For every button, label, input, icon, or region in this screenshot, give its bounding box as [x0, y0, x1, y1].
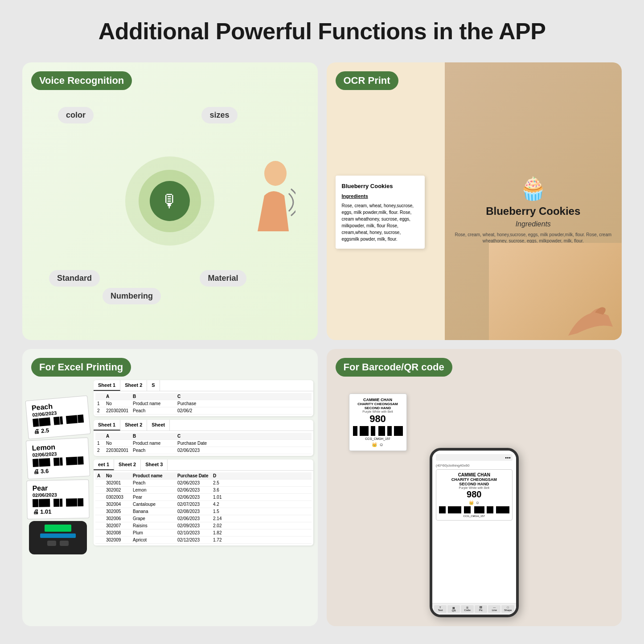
tab-row-2: Sheet 1 Sheet 2 Sheet [94, 420, 313, 431]
tag-barcode [353, 426, 403, 436]
bubble-sizes: sizes [201, 107, 237, 123]
row-banana: 302005Banana02/08/20231.5 [95, 508, 312, 515]
phone-screen: ●●● (40*60)clothing40x60 CAMMIE CHAN CHA… [432, 451, 516, 615]
spreadsheet-area: Sheet 1 Sheet 2 S ABC 1NoProduct namePur… [94, 380, 313, 546]
ocr-book-subtitle: Ingredients [516, 220, 551, 228]
phone-desc: Purple White with Belt [439, 486, 509, 489]
phone-label-preview: CAMMIE CHAN CHARITY CHEONGSAM SECOND HAN… [436, 469, 513, 521]
tag-line2: CHARITY CHEONGSAM [353, 402, 403, 406]
tab-sheet1-mid[interactable]: Sheet 1 [94, 420, 120, 431]
pear-date: 02/06/2023 [33, 492, 83, 498]
tab-sheet2-mid[interactable]: Sheet 2 [120, 420, 147, 431]
barcode-card: For Barcode/QR code CAMMIE CHAN CHARITY … [327, 349, 622, 627]
row-cantaloupe: 302004Cantaloupe02/07/20234.2 [95, 501, 312, 508]
excel-card: For Excel Printing Peach 02/06/2023 🖨 2.… [22, 349, 318, 627]
voice-inner: color Standard sizes Numbering Material … [31, 71, 309, 331]
tool-qr[interactable]: ▦QR [447, 605, 460, 613]
tag-desc: Purple White with Belt [353, 410, 403, 413]
tool-text[interactable]: TText [434, 605, 447, 613]
tab-sheet2-bot[interactable]: Sheet 2 [114, 459, 141, 470]
sheet-middle: Sheet 1 Sheet 2 Sheet ABC 1NoProduct nam… [94, 420, 313, 456]
phone-brand: CAMMIE CHAN [439, 472, 509, 477]
tool-line[interactable]: —Line [488, 605, 500, 613]
voice-label: Voice Recognition [31, 71, 132, 90]
sheet-data-top: ABC 1NoProduct namePurchase 2220302001Pe… [94, 391, 313, 416]
printer-device [29, 521, 87, 554]
lemon-price: 🖨 3.6 [33, 465, 84, 475]
tool-picture[interactable]: 🖼Pic [475, 605, 487, 613]
phone-toolbar: TText ▦QR |||Code 🖼Pic —Line □Shape [432, 603, 516, 615]
tab-sheet3-bot[interactable]: Sheet 3 [141, 459, 168, 470]
sheet-row-1: 1NoProduct namePurchase [95, 400, 312, 407]
voice-person [251, 160, 295, 242]
row-grape: 302006Grape02/06/20232.14 [95, 515, 312, 522]
phone-crown-icon: 👑 [469, 500, 474, 505]
tool-shape[interactable]: □Shape [501, 605, 514, 613]
phone-size-label: (40*60)clothing40x60 [436, 464, 513, 468]
tab-row-1: Sheet 1 Sheet 2 S [94, 380, 313, 391]
tag-brand: CAMMIE CHAN [353, 398, 403, 402]
hand-area [489, 243, 622, 340]
phone-barcode [439, 506, 509, 513]
bubble-numbering: Numbering [103, 288, 161, 304]
voice-inner-circle: 🎙 [139, 170, 201, 232]
barcode-content: CAMMIE CHAN CHARITY CHEONGSAM SECOND HAN… [327, 349, 622, 627]
tab-sheet1-bot[interactable]: eet 1 [94, 459, 114, 470]
page-title: Additional Powerful Functions in the APP [98, 18, 546, 45]
ocr-book-title: Blueberry Cookies [486, 205, 580, 218]
row-raisins: 302007Raisins02/09/20232.02 [95, 522, 312, 529]
row-lemon: 302002Lemon02/06/20233.6 [95, 487, 312, 494]
phone-line2: CHARITY CHEONGSAM [439, 477, 509, 482]
label-peach: Peach 02/06/2023 🖨 2.5 [25, 395, 90, 439]
phone-tag-code: CCG_CMGH_157 [439, 515, 509, 517]
voice-mic[interactable]: 🎙 [150, 181, 190, 221]
hang-tag: CAMMIE CHAN CHARITY CHEONGSAM SECOND HAN… [349, 394, 407, 451]
label-lemon: Lemon 02/06/2023 🖨 3.6 [26, 437, 90, 479]
label-pear: Pear 02/06/2023 🖨 1.01 [26, 479, 89, 519]
bubble-material: Material [200, 270, 246, 287]
tab-sheet2-top[interactable]: Sheet 2 [120, 380, 147, 391]
phone-price: 980 [439, 489, 509, 500]
printer-area: Peach 02/06/2023 🖨 2.5 Lemon 02/06/2023 … [27, 398, 89, 554]
phone-line3: SECOND HAND [439, 482, 509, 486]
sheet-row-mid-1: 1NoProduct namePurchase Date [95, 440, 312, 447]
ocr-book-text: Rose, cream, wheat, honey,sucrose, eggs,… [454, 232, 613, 244]
bubble-color: color [58, 107, 94, 123]
phone-mockup: ●●● (40*60)clothing40x60 CAMMIE CHAN CHA… [430, 448, 519, 617]
sheet-row-mid-2: 2220302001Peach02/06/2023 [95, 447, 312, 454]
ocr-label: OCR Print [336, 71, 398, 90]
voice-recognition-card: Voice Recognition color Standard sizes N… [22, 62, 318, 340]
svg-point-0 [264, 161, 287, 186]
phone-smile-icon: ☺ [476, 500, 480, 505]
tab-sheet1-top[interactable]: Sheet 1 [94, 380, 120, 391]
sheet-header-bot: ANoProduct namePurchase DateD [95, 472, 312, 480]
phone-tag-icons: 👑 ☺ [439, 500, 509, 505]
tag-price: 980 [353, 413, 403, 425]
row-apricot: 302009Apricot02/12/20231.72 [95, 537, 312, 544]
row-plum: 302008Plum02/10/20231.82 [95, 529, 312, 537]
sheet-header-2: ABC [95, 433, 312, 440]
cupcake-icon: 🧁 [519, 176, 547, 201]
sheet-bottom: eet 1 Sheet 2 Sheet 3 ANoProduct namePur… [94, 459, 313, 546]
bubble-standard: Standard [49, 270, 100, 287]
tab-sheet3-mid[interactable]: Sheet [147, 420, 170, 431]
row-peach: 302001Peach02/06/20232.5 [95, 480, 312, 487]
voice-outer-circle: 🎙 [125, 156, 214, 246]
ocr-card: OCR Print Blueberry Cookies Ingredients … [327, 62, 622, 340]
excel-content: Peach 02/06/2023 🖨 2.5 Lemon 02/06/2023 … [22, 349, 318, 627]
ocr-paper-subtitle: Ingredients [342, 193, 418, 200]
ocr-paper: Blueberry Cookies Ingredients Rose, crea… [336, 176, 425, 249]
barcode-label: For Barcode/QR code [336, 358, 452, 377]
tag-line3: SECOND HAND [353, 406, 403, 410]
tag-code: CCG_CMGH_157 [353, 437, 403, 440]
excel-label: For Excel Printing [31, 358, 131, 377]
status-text: ●●● [505, 456, 511, 459]
ocr-paper-text: Rose, cream, wheat, honey,sucrose, eggs,… [342, 202, 418, 242]
pear-name: Pear [32, 484, 83, 492]
tab-sheet3-top[interactable]: S [147, 380, 160, 391]
tool-barcode[interactable]: |||Code [461, 605, 473, 613]
tab-row-3: eet 1 Sheet 2 Sheet 3 [94, 459, 313, 471]
sheet-header-1: ABC [95, 393, 312, 400]
sheet-top: Sheet 1 Sheet 2 S ABC 1NoProduct namePur… [94, 380, 313, 416]
feature-grid: Voice Recognition color Standard sizes N… [22, 62, 622, 626]
